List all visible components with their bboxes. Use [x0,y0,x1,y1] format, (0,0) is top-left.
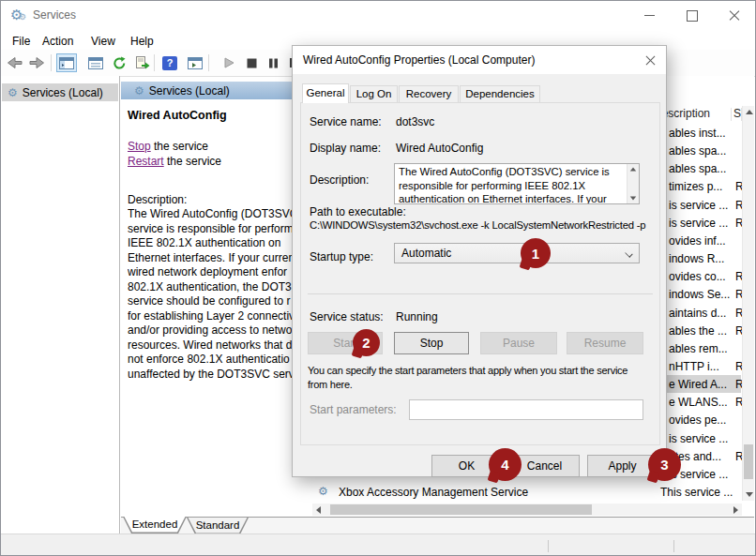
path-label: Path to executable: [310,205,406,218]
minimize-button[interactable] [628,1,671,30]
tab-dependencies[interactable]: Dependencies [460,85,540,102]
tab-recovery[interactable]: Recovery [399,85,459,102]
stop-link-suffix: the service [151,140,208,153]
callout-badge-2: 2 [353,329,380,356]
scroll-right-icon[interactable] [730,503,742,516]
menu-action[interactable]: Action [38,33,77,50]
service-description: This service ... [660,486,733,499]
vertical-scrollbar-thumb[interactable] [744,444,753,479]
description-textbox[interactable]: The Wired AutoConfig (DOT3SVC) service i… [394,163,640,204]
description-label: Description: [128,193,187,206]
tab-log-on[interactable]: Log On [350,85,398,102]
tab-extended[interactable]: Extended [123,517,187,533]
selected-service-title: Wired AutoConfig [128,109,227,122]
menu-help[interactable]: Help [127,33,158,50]
description-label: Description: [310,173,369,187]
scroll-down-icon[interactable] [743,488,755,501]
dialog-close-icon[interactable] [643,53,658,68]
tab-standard[interactable]: Standard [187,518,249,534]
window-title: Services [33,8,76,22]
tab-standard-label: Standard [187,519,249,531]
resume-button[interactable]: Resume [567,332,643,354]
restart-service-link-row: Restart the service [128,155,221,168]
status-bar [1,533,755,556]
horizontal-scrollbar[interactable] [312,503,742,516]
pause-button[interactable]: Pause [480,332,557,354]
service-name-value: dot3svc [396,115,434,128]
forward-icon[interactable] [26,53,47,72]
start-parameters-note-line1: You can specify the start parameters tha… [308,365,627,376]
gear-icon: ⚙ [8,86,18,99]
service-description: is service ... [669,217,728,230]
maximize-icon [687,10,698,22]
status-bar-divider [548,540,549,552]
stop-service-icon[interactable] [241,53,262,72]
show-console-tree-icon[interactable] [56,53,77,72]
refresh-icon[interactable] [109,53,129,72]
toolbar-separator [51,54,52,71]
service-description: ables spa... [669,144,726,158]
gear-icon: ⚙ [318,485,328,498]
horizontal-scrollbar-thumb[interactable] [330,504,592,515]
service-description: ables spa... [669,162,726,175]
service-status-label: Service status: [310,310,384,323]
close-button[interactable] [713,1,755,30]
show-description-pane-icon[interactable] [185,53,205,72]
path-value: C:\WINDOWS\system32\svchost.exe -k Local… [310,219,645,231]
tab-extended-label: Extended [123,518,187,530]
service-description: ables the ... [669,324,727,338]
properties-icon[interactable] [85,53,106,72]
service-description: nHTTP i... [669,360,719,373]
toolbar-separator [208,54,209,71]
toolbar-separator [154,54,155,71]
service-description: is service ... [669,199,728,212]
service-description: ovides co... [669,270,726,283]
tab-general[interactable]: General [302,83,349,103]
scroll-down-icon[interactable] [627,192,639,204]
maximize-button[interactable] [671,1,713,30]
dialog-title-bar: Wired AutoConfig Properties (Local Compu… [293,46,666,74]
pause-service-icon[interactable] [263,53,283,72]
services-app-icon: ⚙⚙ [10,7,23,23]
start-parameters-input[interactable] [409,399,643,420]
separator [308,293,653,294]
menu-view[interactable]: View [87,33,119,50]
back-icon[interactable] [4,53,24,72]
textarea-scrollbar[interactable] [627,164,639,203]
service-description: indows R... [669,252,724,265]
pane-header-title: Services (Local) [149,84,230,98]
gear-icon: ⚙ [134,84,144,98]
stop-button[interactable]: Stop [394,332,469,354]
service-description: e Wired A... [669,378,727,391]
help-icon[interactable]: ? [159,53,180,72]
scroll-up-icon[interactable] [743,106,755,118]
service-description: ovides inf... [669,234,726,248]
minimize-icon [644,15,655,16]
callout-badge-1: 1 [521,238,551,268]
callout-badge-4: 4 [489,448,522,481]
startup-type-dropdown[interactable]: Automatic [394,243,640,263]
service-description: ables inst... [669,127,726,140]
column-divider [731,108,732,121]
menu-file[interactable]: File [8,33,34,50]
export-list-icon[interactable] [132,53,153,72]
apply-button[interactable]: Apply [587,455,658,477]
vertical-scrollbar[interactable] [742,106,754,501]
chevron-down-icon [626,250,633,258]
stop-service-link-row: Stop the service [128,140,208,153]
service-description-text: The Wired AutoConfig (DOT3SVC service is… [128,207,311,382]
sidebar-item-label: Services (Local) [23,86,103,99]
restart-link[interactable]: Restart [128,155,164,168]
service-status-value: Running [396,310,438,323]
scroll-up-icon[interactable] [627,163,639,175]
scroll-left-icon[interactable] [312,503,325,516]
service-description: ables rem... [669,342,728,355]
column-header-status[interactable]: Status [733,107,741,120]
sidebar-item-services-local[interactable]: ⚙ Services (Local) [2,83,118,101]
startup-type-value: Automatic [401,247,451,260]
close-icon [729,10,740,22]
start-service-icon[interactable] [219,53,239,72]
dialog-title: Wired AutoConfig Properties (Local Compu… [303,53,535,67]
stop-link[interactable]: Stop [128,140,151,153]
service-row-xbox-accessory-management[interactable]: ⚙ Xbox Accessory Management Service This… [311,483,741,501]
